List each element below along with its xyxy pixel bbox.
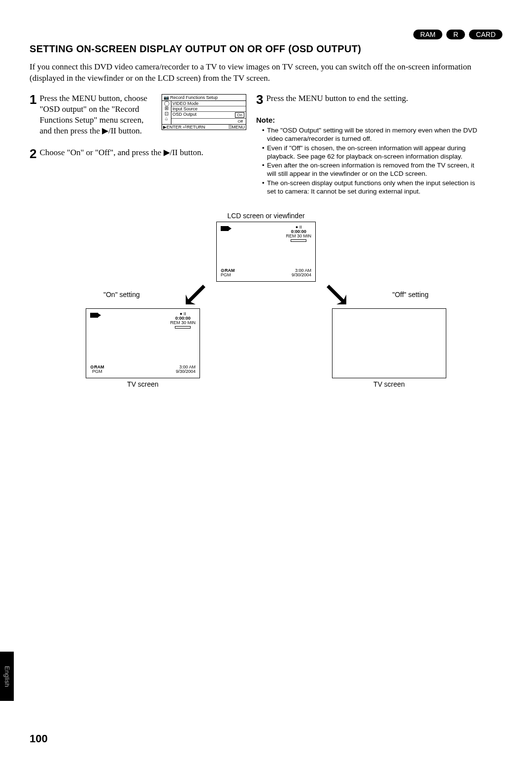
osd-diagram: LCD screen or viewfinder ● II0:00:00REM …: [30, 212, 502, 388]
menu-row-2: Input Source: [172, 106, 198, 111]
lcd-screen-box: ● II0:00:00REM 30 MIN ⊙RAMPGM 3:00 AM9/3…: [216, 222, 316, 282]
columns: 1 Press the MENU button, choose "OSD out…: [30, 93, 502, 197]
arrow-down-left-icon: [186, 285, 205, 304]
tv-off-column: TV screen: [305, 308, 473, 388]
tv-caption-off: TV screen: [305, 380, 473, 388]
step-1-number: 1: [30, 93, 36, 106]
step-2-text: Choose "On" or "Off", and press the ▶/II…: [39, 147, 203, 158]
step-3-text: Press the MENU button to end the setting…: [266, 93, 408, 104]
step-3-number: 3: [256, 93, 263, 106]
media-badges: RAM R CARD: [30, 30, 502, 39]
lcd-overlay: ● II0:00:00REM 30 MIN ⊙RAMPGM 3:00 AM9/3…: [217, 222, 315, 281]
note-item: Even after the on-screen information is …: [262, 162, 483, 178]
step-3: 3 Press the MENU button to end the setti…: [256, 93, 483, 106]
menu-row-1: VIDEO Mode: [172, 101, 199, 106]
off-setting-label: "Off" setting: [392, 291, 429, 298]
tv-on-overlay: ● II0:00:00REM 30 MIN ⊙RAMPGM 3:00 AM9/3…: [86, 309, 200, 378]
badge-ram: RAM: [413, 30, 442, 39]
note-item: Even if "Off" is chosen, the on-screen i…: [262, 144, 483, 161]
right-column: 3 Press the MENU button to end the setti…: [256, 93, 483, 197]
menu-footer: ▶ENTER ⏎RETURN ☰MENU: [162, 124, 246, 130]
tv-screen-on: ● II0:00:00REM 30 MIN ⊙RAMPGM 3:00 AM9/3…: [86, 308, 200, 378]
tv-on-column: ● II0:00:00REM 30 MIN ⊙RAMPGM 3:00 AM9/3…: [59, 308, 227, 388]
badge-card: CARD: [469, 30, 502, 39]
note-label: Note:: [256, 116, 275, 124]
intro-paragraph: If you connect this DVD video camera/rec…: [30, 62, 502, 84]
camera-icon: [221, 226, 229, 231]
language-tab: English: [0, 652, 14, 701]
menu-row-3: OSD Output: [172, 112, 197, 118]
menu-icon-column: ◯⊞⊡⌂: [162, 101, 171, 124]
camera-icon: [90, 313, 98, 318]
tv-screen-off: [332, 308, 446, 378]
note-item: The on-screen display output functions o…: [262, 179, 483, 196]
step-2: 2 Choose "On" or "Off", and press the ▶/…: [30, 147, 246, 160]
on-setting-label: "On" setting: [103, 291, 140, 298]
step-2-number: 2: [30, 147, 36, 160]
left-column: 1 Press the MENU button, choose "OSD out…: [30, 93, 246, 197]
arrow-down-right-icon: [327, 285, 346, 304]
step-1: 1 Press the MENU button, choose "OSD out…: [30, 93, 158, 136]
tv-caption-on: TV screen: [59, 380, 227, 388]
note-item: The "OSD Output" setting will be stored …: [262, 127, 483, 143]
badge-r: R: [446, 30, 465, 39]
step-1-text: Press the MENU button, choose "OSD outpu…: [39, 93, 158, 136]
svg-marker-0: [186, 285, 205, 304]
menu-screenshot: 📷 Record Functions Setup ◯⊞⊡⌂ VIDEO Mode…: [162, 94, 246, 130]
menu-opt-on: On: [235, 112, 244, 118]
page-number: 100: [30, 732, 48, 745]
page-title: SETTING ON-SCREEN DISPLAY OUTPUT ON OR O…: [30, 43, 502, 55]
menu-rows: VIDEO Mode Input Source OSD Output On Of…: [171, 101, 246, 124]
lcd-title: LCD screen or viewfinder: [30, 212, 502, 220]
menu-header: 📷 Record Functions Setup: [162, 95, 246, 101]
svg-marker-1: [327, 285, 346, 304]
menu-opt-off: Off: [236, 119, 244, 124]
notes-list: The "OSD Output" setting will be stored …: [256, 127, 483, 196]
manual-page: RAM R CARD SETTING ON-SCREEN DISPLAY OUT…: [0, 0, 532, 760]
